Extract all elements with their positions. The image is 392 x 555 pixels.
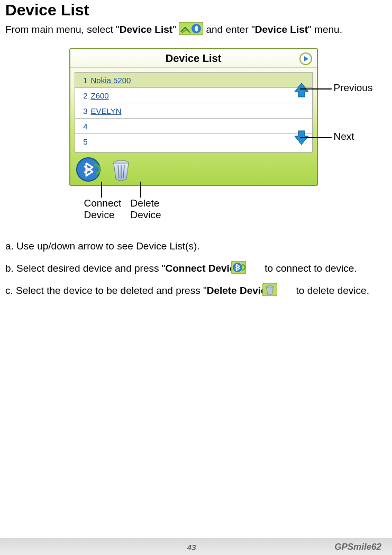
list-item-number: 2 xyxy=(75,91,88,100)
step-b-pre: b. Select desired device and press " xyxy=(5,263,165,274)
page-footer: 43 GPSmile62 xyxy=(0,538,392,555)
device-list-menu-icon xyxy=(179,22,203,35)
screenshot-titlebar: Device List xyxy=(70,49,317,68)
screenshot-with-callouts: Device List 1 Nokia 5200 2 Z600 xyxy=(6,48,387,223)
list-item[interactable]: 1 Nokia 5200 xyxy=(75,73,312,88)
intro-paragraph: From main menu, select "Device List" and… xyxy=(5,22,387,37)
list-item-number: 4 xyxy=(75,122,88,131)
intro-mid: " xyxy=(172,24,179,35)
intro-suffix: " menu. xyxy=(308,24,342,35)
list-item[interactable]: 2 Z600 xyxy=(75,88,312,103)
list-item-name: Z600 xyxy=(91,91,109,100)
list-item-name: EVELYN xyxy=(91,106,122,115)
list-item-number: 1 xyxy=(75,76,88,85)
connect-device-icon xyxy=(247,261,262,274)
list-item-name: Nokia 5200 xyxy=(91,76,131,85)
next-label: Next xyxy=(334,131,354,142)
intro-bold-1: Device List xyxy=(120,24,172,35)
list-item[interactable]: 4 xyxy=(75,119,312,134)
step-c: c. Select the device to be deleted and p… xyxy=(5,283,387,298)
footer-brand: GPSmile62 xyxy=(334,542,392,552)
delete-device-button[interactable] xyxy=(107,156,135,183)
list-item[interactable]: 5 xyxy=(75,134,312,149)
step-a: a. Use up/down arrow to see Device List(… xyxy=(5,239,387,254)
step-c-post: to delete device. xyxy=(293,285,369,296)
list-item[interactable]: 3 EVELYN xyxy=(75,103,312,119)
step-b-bold: Connect Device xyxy=(165,263,241,274)
connect-device-button[interactable] xyxy=(76,156,103,183)
intro-prefix: From main menu, select " xyxy=(5,24,120,35)
device-listbox[interactable]: 1 Nokia 5200 2 Z600 3 EVELYN 4 5 xyxy=(75,72,313,153)
page-number: 43 xyxy=(0,543,202,552)
callout-line xyxy=(300,137,332,138)
step-b: b. Select desired device and press "Conn… xyxy=(5,261,387,276)
list-item-number: 5 xyxy=(75,137,88,146)
intro-bold-2: Device List xyxy=(255,24,308,35)
delete-device-label: Delete Device xyxy=(131,198,168,221)
screenshot-title: Device List xyxy=(166,52,222,65)
play-icon[interactable] xyxy=(299,52,313,66)
step-c-pre: c. Select the device to be deleted and p… xyxy=(5,285,207,296)
callout-line xyxy=(140,182,141,198)
list-item-number: 3 xyxy=(75,106,88,115)
connect-device-label: Connect Device xyxy=(84,198,126,221)
instruction-steps: a. Use up/down arrow to see Device List(… xyxy=(5,239,387,298)
intro-after-icon: and enter " xyxy=(203,24,255,35)
step-b-post: to connect to device. xyxy=(262,263,357,274)
svg-marker-4 xyxy=(295,83,308,97)
device-list-screenshot: Device List 1 Nokia 5200 2 Z600 xyxy=(69,48,318,186)
callout-line xyxy=(101,182,102,198)
delete-device-icon xyxy=(278,283,293,296)
callout-line xyxy=(300,88,332,89)
previous-arrow-button[interactable] xyxy=(294,82,309,98)
previous-label: Previous xyxy=(334,82,373,94)
screenshot-bottom-toolbar xyxy=(70,153,317,183)
page-title: Device List xyxy=(5,1,387,19)
